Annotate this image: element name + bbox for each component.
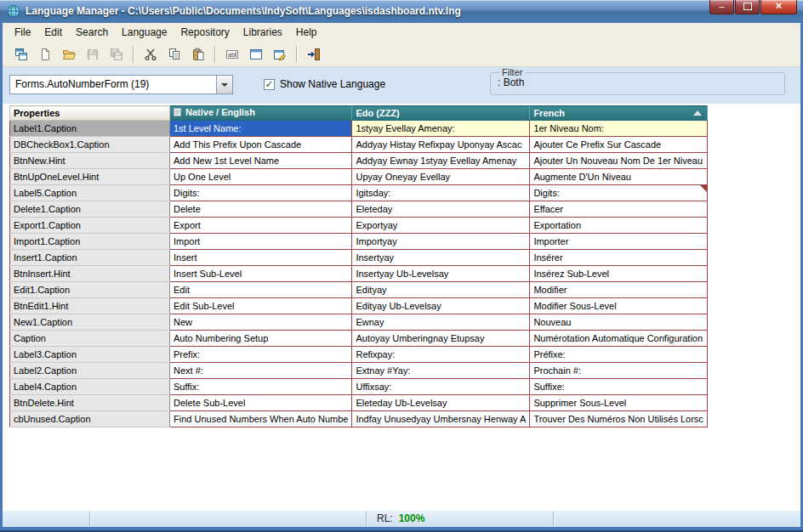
translation-cell[interactable]: Delete [170, 201, 352, 218]
property-cell[interactable]: BtnDelete.Hint [10, 395, 170, 411]
translation-cell[interactable]: 1st Level Name: [170, 121, 352, 137]
translation-cell[interactable]: Prochain #: [530, 363, 707, 379]
dropdown-button[interactable] [216, 76, 232, 93]
translation-cell[interactable]: Indfay Unusedyay Umbersnay Henway A [352, 411, 530, 427]
close-button[interactable]: × [760, 0, 797, 14]
translation-cell[interactable]: Edityay [352, 282, 530, 298]
new-library-button[interactable] [10, 44, 32, 65]
translation-cell[interactable]: Auto Numbering Setup [170, 331, 352, 347]
translation-cell[interactable]: Insertyay Ub-Levelsay [352, 266, 530, 282]
menu-repository[interactable]: Repository [174, 23, 236, 41]
property-cell[interactable]: Caption [10, 331, 170, 347]
property-cell[interactable]: Edit1.Caption [10, 282, 170, 298]
property-cell[interactable]: New1.Caption [10, 314, 170, 331]
translation-cell[interactable]: Import [170, 234, 352, 250]
save-all-button[interactable] [105, 44, 128, 65]
translation-cell[interactable]: Insertyay [352, 250, 530, 266]
translation-cell[interactable]: Exportyay [352, 218, 530, 234]
property-cell[interactable]: BtnNew.Hint [10, 153, 170, 169]
translation-cell[interactable]: Préfixe: [530, 347, 707, 363]
translation-cell[interactable]: Importer [530, 234, 707, 250]
translation-cell[interactable]: Autoyay Umberingnay Etupsay [352, 331, 530, 347]
exit-button[interactable] [303, 44, 325, 65]
translation-cell[interactable]: Addyay Ewnay 1styay Evellay Amenay [352, 153, 530, 169]
translation-cell[interactable]: Ajouter Ce Prefix Sur Cascade [530, 137, 707, 153]
translation-cell[interactable]: Numérotation Automatique Configuration [530, 331, 707, 347]
property-cell[interactable]: Delete1.Caption [10, 201, 170, 218]
property-cell[interactable]: Label5.Caption [10, 185, 170, 201]
translation-cell[interactable]: Refixpay: [352, 347, 530, 363]
translation-cell[interactable]: Nouveau [530, 314, 707, 331]
cut-button[interactable] [140, 44, 162, 65]
translation-cell[interactable]: Insert [170, 250, 352, 266]
property-cell[interactable]: Label3.Caption [10, 347, 170, 363]
column-header-edo-zzz-[interactable]: Edo (ZZZ) [352, 106, 530, 121]
text-fields-button[interactable]: ab [221, 44, 243, 65]
translation-cell[interactable]: Edit [170, 282, 352, 298]
menu-search[interactable]: Search [69, 23, 115, 41]
menu-edit[interactable]: Edit [37, 23, 69, 41]
translation-cell[interactable]: Insert Sub-Level [170, 266, 352, 282]
property-cell[interactable]: BtnUpOneLevel.Hint [10, 169, 170, 185]
translation-cell[interactable]: Exportation [530, 218, 707, 234]
translation-cell[interactable]: Add This Prefix Upon Cascade [170, 137, 352, 153]
translation-cell[interactable]: Insérer [530, 250, 707, 266]
translation-cell[interactable]: Extnay #Yay: [352, 363, 530, 379]
translation-cell[interactable]: Digits: [170, 185, 352, 201]
translation-cell[interactable]: Insérez Sub-Level [530, 266, 707, 282]
minimize-button[interactable]: – [709, 0, 734, 14]
translation-cell[interactable]: Eleteday Ub-Levelsay [352, 395, 530, 411]
new-file-button[interactable] [34, 44, 56, 65]
translation-cell[interactable]: Modifier [530, 282, 707, 298]
translation-cell[interactable]: New [170, 314, 352, 331]
translation-cell[interactable]: 1styay Evellay Amenay: [352, 121, 530, 137]
translation-cell[interactable]: Trouver Des Numéros Non Utilisés Lorsc [530, 411, 707, 427]
translation-cell[interactable]: Igitsday: [352, 185, 530, 201]
menu-language[interactable]: Language [115, 23, 174, 41]
property-cell[interactable]: BtnEdit1.Hint [10, 298, 170, 314]
form-button[interactable] [245, 44, 267, 65]
property-cell[interactable]: Insert1.Caption [10, 250, 170, 266]
show-native-language-checkbox[interactable]: ✓ Show Native Language [264, 78, 385, 90]
property-cell[interactable]: Import1.Caption [10, 234, 170, 250]
translation-cell[interactable]: Find Unused Numbers When Auto Numbe [170, 411, 352, 427]
translation-cell[interactable]: Delete Sub-Level [170, 395, 352, 411]
property-cell[interactable]: BtnInsert.Hint [10, 266, 170, 282]
menu-help[interactable]: Help [289, 23, 324, 41]
translation-cell[interactable]: Digits: [530, 185, 707, 201]
translation-cell[interactable]: Supprimer Sous-Level [530, 395, 707, 411]
translation-cell[interactable]: Upyay Oneyay Evellay [352, 169, 530, 185]
property-cell[interactable]: Label4.Caption [10, 379, 170, 395]
menu-file[interactable]: File [8, 23, 37, 41]
translation-cell[interactable]: Next #: [170, 363, 352, 379]
open-button[interactable] [58, 44, 80, 65]
translation-cell[interactable]: Up One Level [170, 169, 352, 185]
translation-cell[interactable]: Edityay Ub-Levelsay [352, 298, 530, 314]
form-edit-button[interactable] [269, 44, 291, 65]
translation-cell[interactable]: Augmente D'Un Niveau [530, 169, 707, 185]
translation-cell[interactable]: Addyay Histay Refixpay Uponyay Ascac [352, 137, 530, 153]
column-header-french[interactable]: French [530, 106, 707, 121]
save-button[interactable] [82, 44, 104, 65]
translation-cell[interactable]: Suffix: [170, 379, 352, 395]
property-cell[interactable]: DBCheckBox1.Caption [10, 137, 170, 153]
translation-cell[interactable]: Ajouter Un Nouveau Nom De 1er Niveau [530, 153, 707, 169]
menu-libraries[interactable]: Libraries [236, 23, 289, 41]
copy-button[interactable] [163, 44, 185, 65]
column-header-native-english[interactable]: Native / English [170, 106, 352, 121]
translation-cell[interactable]: Add New 1st Level Name [170, 153, 352, 169]
translation-cell[interactable]: Uffixsay: [352, 379, 530, 395]
translation-cell[interactable]: Importyay [352, 234, 530, 250]
translation-cell[interactable]: Effacer [530, 201, 707, 218]
translation-cell[interactable]: Modifier Sous-Level [530, 298, 707, 314]
property-cell[interactable]: cbUnused.Caption [10, 411, 170, 427]
translation-cell[interactable]: Prefix: [170, 347, 352, 363]
property-cell[interactable]: Label2.Caption [10, 363, 170, 379]
property-cell[interactable]: Export1.Caption [10, 218, 170, 234]
form-selector[interactable]: Forms.AutoNumberForm (19) [9, 75, 233, 94]
translation-cell[interactable]: Eleteday [352, 201, 530, 218]
translation-cell[interactable]: Export [170, 218, 352, 234]
translation-cell[interactable]: 1er Niveau Nom: [530, 121, 707, 137]
translation-cell[interactable]: Ewnay [352, 314, 530, 331]
translation-cell[interactable]: Edit Sub-Level [170, 298, 352, 314]
